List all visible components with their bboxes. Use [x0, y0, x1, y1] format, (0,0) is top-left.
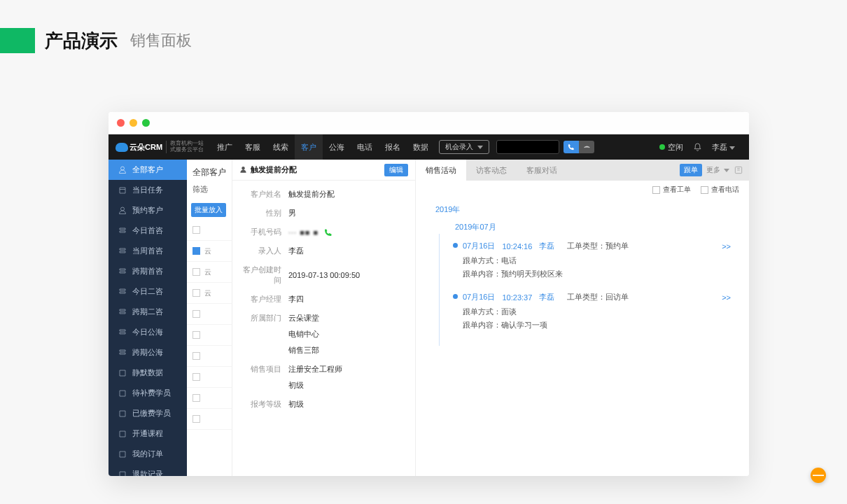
sidebar-item-1[interactable]: 当日任务 — [108, 180, 187, 200]
timeline: 2019年 2019年07月 07月16日10:24:16李磊工单类型：预约单>… — [416, 199, 749, 346]
sidebar-icon — [118, 227, 127, 235]
detail-field: 手机号码··· ■■ ■ — [239, 223, 408, 241]
sidebar-item-12[interactable]: 已缴费学员 — [108, 403, 187, 424]
row-checkbox[interactable] — [192, 226, 200, 234]
list-row[interactable] — [187, 367, 232, 388]
phone-call-button[interactable] — [564, 141, 579, 153]
float-action-button[interactable]: — — [811, 468, 826, 483]
expand-button[interactable]: >> — [722, 293, 735, 302]
app-window: 云朵CRM 教育机构一站 式服务云平台 推广客服线索客户公海电话报名数据 机会录… — [108, 112, 749, 476]
nav-item-客服[interactable]: 客服 — [239, 134, 267, 160]
timeline-month: 2019年07月 — [455, 222, 735, 232]
detail-field: 销售项目注册安全工程师初级 — [239, 360, 408, 395]
sidebar-icon — [118, 247, 127, 255]
minimize-window-icon[interactable] — [130, 119, 137, 127]
row-checkbox[interactable] — [192, 331, 200, 339]
nav-item-公海[interactable]: 公海 — [323, 134, 351, 160]
bell-icon[interactable] — [693, 143, 702, 152]
user-menu[interactable]: 李磊 — [712, 142, 735, 153]
list-row[interactable] — [187, 304, 232, 325]
expand-button[interactable]: >> — [722, 242, 735, 251]
sidebar-item-3[interactable]: 今日首咨 — [108, 220, 187, 241]
row-checkbox[interactable] — [192, 289, 200, 297]
nav-item-电话[interactable]: 电话 — [351, 134, 379, 160]
sidebar-item-4[interactable]: 当周首咨 — [108, 241, 187, 261]
activity-tab-1[interactable]: 访客动态 — [466, 160, 517, 181]
maximize-window-icon[interactable] — [142, 119, 150, 127]
detail-field: 录入人李磊 — [239, 241, 408, 260]
nav-item-客户[interactable]: 客户 — [295, 134, 323, 160]
sidebar-item-2[interactable]: 预约客户 — [108, 200, 187, 220]
sidebar-item-0[interactable]: 全部客户 — [108, 160, 187, 180]
status-dot-icon — [659, 144, 665, 150]
list-row[interactable] — [187, 346, 232, 367]
close-window-icon[interactable] — [117, 119, 125, 127]
customer-detail-panel: 触发提前分配 编辑 客户姓名触发提前分配性别男手机号码··· ■■ ■录入人李磊… — [232, 160, 416, 476]
sidebar-item-13[interactable]: 开通课程 — [108, 424, 187, 444]
sidebar-item-14[interactable]: 我的订单 — [108, 444, 187, 464]
window-titlebar — [108, 112, 749, 134]
pin-icon[interactable] — [734, 165, 743, 175]
list-header: 全部客户 — [187, 160, 232, 178]
row-checkbox[interactable] — [192, 415, 200, 423]
sidebar-item-10[interactable]: 静默数据 — [108, 363, 187, 383]
search-input[interactable] — [496, 140, 559, 154]
sidebar-item-6[interactable]: 今日二咨 — [108, 281, 187, 302]
bulk-action-tag[interactable]: 批量放入 — [191, 203, 226, 217]
activity-tab-0[interactable]: 销售活动 — [416, 160, 466, 181]
timeline-year: 2019年 — [435, 204, 735, 215]
nav-item-线索[interactable]: 线索 — [267, 134, 295, 160]
list-row[interactable] — [187, 409, 232, 430]
sidebar-item-15[interactable]: 退款记录 — [108, 464, 187, 476]
sidebar-icon — [118, 410, 127, 418]
nav-item-推广[interactable]: 推广 — [211, 134, 239, 160]
filter-label: 筛选 — [187, 178, 232, 200]
detail-field: 性别男 — [239, 204, 408, 223]
timeline-item: 07月16日10:24:16李磊工单类型：预约单>>跟单方式：电话跟单内容：预约… — [455, 237, 735, 288]
edit-button[interactable]: 编辑 — [384, 164, 408, 176]
logo-subtitle: 教育机构一站 式服务云平台 — [166, 141, 204, 153]
title-accent-block — [0, 28, 35, 53]
list-row[interactable]: 云 — [187, 262, 232, 283]
row-checkbox[interactable] — [192, 268, 200, 276]
activity-tab-2[interactable]: 客服对话 — [517, 160, 567, 181]
sidebar-item-11[interactable]: 待补费学员 — [108, 383, 187, 403]
sidebar-item-7[interactable]: 跨期二咨 — [108, 302, 187, 322]
timeline-item: 07月16日10:23:37李磊工单类型：回访单>>跟单方式：面谈跟单内容：确认… — [455, 288, 735, 339]
row-checkbox[interactable] — [192, 310, 200, 318]
list-row[interactable] — [187, 388, 232, 409]
sidebar-icon — [118, 267, 127, 276]
row-checkbox[interactable] — [192, 352, 200, 360]
sidebar-icon — [118, 186, 127, 195]
opportunity-entry-button[interactable]: 机会录入 — [439, 140, 489, 154]
status-indicator[interactable]: 空闲 — [659, 142, 683, 153]
customer-list-column: 全部客户 筛选 批量放入 云云云 — [187, 160, 232, 476]
activity-panel: 销售活动访客动态客服对话 跟单 更多 查看工单 查看电话 2019年 2019年… — [416, 160, 749, 476]
sidebar-item-8[interactable]: 今日公海 — [108, 322, 187, 342]
hangup-button[interactable] — [579, 141, 594, 153]
sidebar-item-5[interactable]: 跨期首咨 — [108, 261, 187, 281]
nav-item-数据[interactable]: 数据 — [407, 134, 435, 160]
logo[interactable]: 云朵CRM 教育机构一站 式服务云平台 — [115, 141, 204, 153]
sidebar-icon — [118, 328, 127, 337]
follow-badge[interactable]: 跟单 — [680, 164, 702, 176]
view-workorder-checkbox[interactable]: 查看工单 — [652, 185, 691, 195]
list-row[interactable]: 云 — [187, 241, 232, 262]
call-controls — [564, 141, 594, 153]
list-row[interactable]: 云 — [187, 283, 232, 304]
list-row[interactable] — [187, 220, 232, 241]
sidebar-icon — [118, 288, 127, 296]
detail-field: 客户经理李四 — [239, 290, 408, 309]
row-checkbox[interactable] — [192, 373, 200, 381]
sidebar-icon — [118, 430, 127, 438]
view-phone-checkbox[interactable]: 查看电话 — [701, 185, 739, 195]
more-menu[interactable]: 更多 — [706, 165, 729, 175]
row-checkbox[interactable] — [192, 394, 200, 402]
phone-icon[interactable] — [324, 228, 332, 237]
row-checkbox[interactable] — [192, 247, 200, 255]
chevron-down-icon — [724, 169, 729, 172]
sidebar-item-9[interactable]: 跨期公海 — [108, 342, 187, 363]
nav-item-报名[interactable]: 报名 — [379, 134, 407, 160]
list-row[interactable] — [187, 325, 232, 346]
chevron-down-icon — [729, 146, 735, 150]
